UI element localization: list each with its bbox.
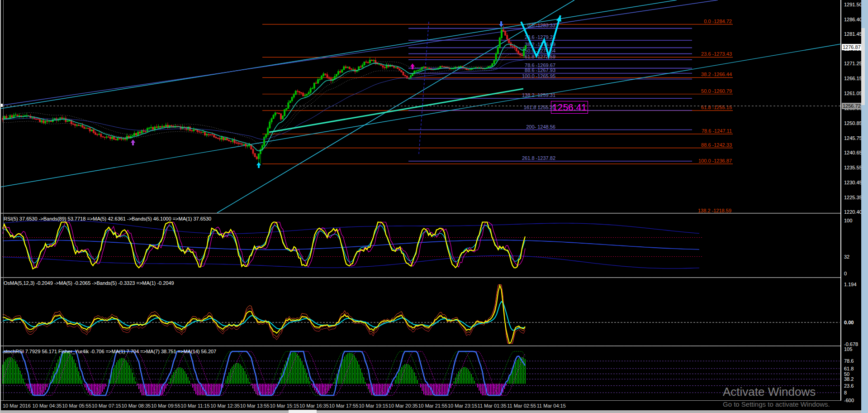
candle-body <box>416 71 417 72</box>
candle-body <box>104 137 105 138</box>
candle-body <box>501 30 502 38</box>
candle-body <box>503 30 504 31</box>
ma-fast-line <box>3 44 526 151</box>
stoch-hist-up <box>525 359 526 384</box>
stoch-hist-up <box>78 371 79 384</box>
rsi-indicator-panel[interactable] <box>0 214 841 277</box>
stoch-hist-up <box>458 371 459 384</box>
candle-body <box>35 119 37 120</box>
activate-windows-watermark: Activate Windows Go to Settings to activ… <box>723 385 830 408</box>
time-axis-label: 10 Mar 16:35 <box>299 403 329 408</box>
stoch-hist-down <box>492 384 493 395</box>
osma-band-upper <box>3 285 525 344</box>
candle-body <box>119 138 120 139</box>
window-left-border <box>0 0 1 413</box>
candle-body <box>197 130 198 132</box>
candle-body <box>111 137 113 139</box>
panel-separator[interactable] <box>0 277 841 278</box>
candle-body <box>43 120 44 123</box>
stoch-hist-down <box>218 384 218 395</box>
vertical-scrollbar[interactable] <box>861 0 868 413</box>
stoch-hist-up <box>413 370 413 384</box>
trendline[interactable] <box>0 0 718 106</box>
stoch-hist-up <box>333 382 334 384</box>
stoch-hist-down <box>211 384 212 395</box>
trendline[interactable] <box>0 39 841 187</box>
candle-body <box>507 35 508 39</box>
price-axis-tick: 1235.55 <box>844 165 862 170</box>
stoch-hist-up <box>74 360 75 384</box>
candle-body <box>191 130 193 131</box>
candle-body <box>412 74 413 76</box>
stoch-hist-down <box>328 384 329 391</box>
panel-separator[interactable] <box>0 346 841 346</box>
price-axis-tick: 1261.05 <box>844 91 862 96</box>
trendline[interactable] <box>0 0 677 109</box>
osma-scale-tick: -0.678 <box>844 341 858 347</box>
down-arrow-marker[interactable] <box>499 21 503 27</box>
osma-indicator-panel[interactable] <box>0 278 841 346</box>
candle-body <box>417 70 419 71</box>
candle-body <box>427 68 428 68</box>
stoch-hist-down <box>251 384 252 385</box>
candle-body <box>342 70 343 72</box>
candle-body <box>495 53 497 60</box>
stoch-hist-up <box>170 378 171 384</box>
current-price-box: 1276.87 <box>842 44 862 50</box>
candle-body <box>266 134 267 137</box>
stoch-hist-up <box>17 364 18 384</box>
panel-separator[interactable] <box>0 213 841 214</box>
up-arrow-marker[interactable] <box>131 139 135 145</box>
candle-body <box>522 55 523 56</box>
trendline[interactable] <box>217 0 574 213</box>
stoch-hist-down <box>495 384 496 395</box>
stoch-hist-down <box>482 384 483 395</box>
time-axis-label: 10 Mar 04:35 <box>33 403 62 408</box>
candle-body <box>421 67 422 70</box>
ma-slow-line <box>3 59 526 139</box>
candle-body <box>117 138 119 140</box>
osma-label: OsMA(5,12,3) -0.2049 ->MA(5) -0.2065 ->B… <box>4 280 174 286</box>
stoch-hist-up <box>67 351 68 384</box>
candle-body <box>147 129 148 132</box>
candle-body <box>306 94 308 96</box>
candle-body <box>343 67 345 70</box>
candle-body <box>512 46 513 47</box>
window-bottom-edge <box>0 410 868 413</box>
stoch-hist-down <box>506 384 507 385</box>
stoch-hist-up <box>186 374 187 384</box>
main-price-chart[interactable]: 0.0 -1284.7223.6 -1273.4338.2 -1266.4450… <box>0 0 841 213</box>
stoch-hist-up <box>292 352 293 384</box>
stoch-hist-up <box>132 373 133 384</box>
price-axis-tick: 1281.45 <box>844 31 862 37</box>
stoch-hist-up <box>463 367 464 384</box>
candle-body <box>62 118 63 119</box>
fib-outer-label: 61.8 -1255.15 <box>701 105 732 110</box>
rsi-band-upper <box>3 221 699 234</box>
candle-body <box>15 115 16 115</box>
stoch-hist-down <box>477 384 478 387</box>
stoch-hist-up <box>77 367 78 384</box>
fib-inner-label: 78.6 -1269.67 <box>525 62 555 68</box>
stoch-hist-up <box>178 367 179 384</box>
stoch-hist-up <box>249 382 250 384</box>
fib-outer-label: 100.0 -1236.87 <box>698 158 732 163</box>
osma-main-line <box>3 285 525 343</box>
stochrsi-indicator-panel[interactable] <box>0 346 841 400</box>
price-axis-tick: 1266.15 <box>844 76 862 81</box>
stoch-hist-down <box>91 384 92 395</box>
scrollbar-thumb[interactable] <box>861 28 865 105</box>
candle-body <box>295 91 296 95</box>
stoch-hist-down <box>37 384 38 395</box>
chart-left-border <box>3 0 4 400</box>
rsi-scale-tick: 0 <box>844 271 847 276</box>
stoch-hist-down <box>419 384 420 384</box>
candle-body <box>369 60 370 63</box>
stoch-hist-up <box>237 363 237 384</box>
stoch-hist-up <box>362 373 363 384</box>
price-callout-label[interactable]: 1256.41 <box>551 101 588 114</box>
horizontal-scrollbar-thumb[interactable] <box>289 410 317 413</box>
stoch-hist-down <box>271 384 272 395</box>
candle-body <box>148 128 150 128</box>
stoch-hist-up <box>135 381 136 384</box>
